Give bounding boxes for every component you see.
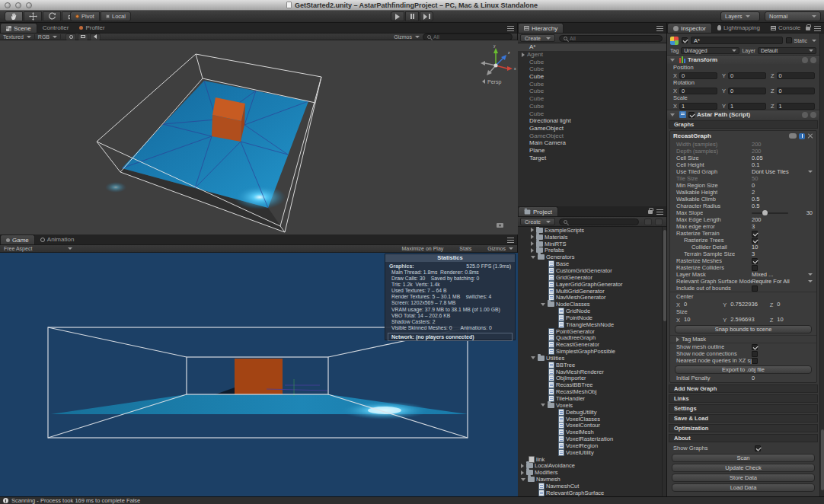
value-field[interactable]: 200 bbox=[752, 148, 762, 155]
panel-menu-icon[interactable] bbox=[656, 209, 663, 215]
value-field[interactable]: 10 bbox=[752, 244, 758, 250]
tab-inspector[interactable]: Inspector bbox=[667, 23, 712, 33]
scene-audio-toggle[interactable] bbox=[90, 33, 101, 40]
project-item[interactable]: QuadtreeGraph bbox=[518, 335, 666, 342]
foldout-arrow-icon[interactable] bbox=[670, 59, 675, 62]
project-item[interactable]: GridNode bbox=[518, 308, 666, 314]
local-toggle-button[interactable]: Local bbox=[101, 11, 131, 21]
project-item[interactable]: VoxelUtility bbox=[518, 449, 666, 456]
name-field[interactable]: A* bbox=[691, 37, 783, 44]
recastgraph-header[interactable]: RecastGraph bbox=[670, 131, 816, 141]
project-item[interactable]: BBTree bbox=[518, 362, 666, 368]
dropdown-arrow-icon[interactable] bbox=[808, 280, 813, 282]
move-tool-button[interactable] bbox=[24, 11, 42, 21]
game-gizmos-dropdown[interactable]: Gizmos bbox=[487, 246, 513, 251]
pivot-toggle-button[interactable]: Pivot bbox=[70, 11, 100, 21]
inspector-scrollbar[interactable] bbox=[819, 33, 824, 496]
component-enabled-checkbox[interactable] bbox=[688, 112, 695, 118]
project-item[interactable]: Navmesh bbox=[518, 476, 666, 483]
slider[interactable] bbox=[752, 212, 788, 214]
value-field[interactable]: 0 bbox=[752, 182, 755, 189]
value-field[interactable]: 200 bbox=[752, 141, 762, 148]
tab-project[interactable]: Project bbox=[518, 206, 558, 216]
lock-icon[interactable] bbox=[806, 27, 810, 30]
hierarchy-item[interactable]: GameObject bbox=[518, 125, 666, 132]
hierarchy-item[interactable]: Cube bbox=[518, 65, 666, 73]
stats-button[interactable]: Stats bbox=[459, 246, 471, 251]
show-graphs-checkbox[interactable] bbox=[755, 445, 761, 451]
dropdown-arrow-icon[interactable] bbox=[808, 273, 813, 276]
hierarchy-item[interactable]: Cube bbox=[518, 73, 666, 81]
project-item[interactable]: TriangleMeshNode bbox=[518, 321, 666, 328]
scene-gizmos-dropdown[interactable]: Gizmos bbox=[394, 34, 420, 40]
checkbox[interactable] bbox=[752, 351, 758, 357]
layout-dropdown[interactable]: Normal bbox=[765, 11, 821, 21]
hierarchy-create-button[interactable]: Create bbox=[520, 34, 555, 42]
project-item[interactable]: VoxelClasses bbox=[518, 416, 666, 423]
vector-field[interactable]: 0 bbox=[777, 88, 815, 94]
tab-animation[interactable]: Animation bbox=[35, 234, 80, 244]
scene-lighting-toggle[interactable] bbox=[65, 33, 76, 40]
value-field[interactable]: 3 bbox=[752, 223, 755, 230]
dropdown-value[interactable]: Mixed ... bbox=[752, 271, 773, 278]
value-field[interactable]: 3 bbox=[752, 250, 755, 257]
project-item[interactable]: NavMeshGenerator bbox=[518, 294, 666, 301]
vector-field[interactable]: 10 bbox=[682, 317, 718, 324]
pause-button[interactable] bbox=[405, 11, 419, 21]
dropdown-value[interactable]: Require For All bbox=[752, 278, 790, 285]
vector-field[interactable]: 0 bbox=[682, 301, 718, 308]
project-item[interactable]: ExampleScripts bbox=[518, 227, 666, 234]
export-obj-button[interactable]: Export to .obj file bbox=[675, 365, 812, 374]
project-item[interactable]: CustomGridGenerator bbox=[518, 267, 666, 274]
value-field[interactable]: 0 bbox=[752, 375, 755, 381]
project-item[interactable]: Materials bbox=[518, 234, 666, 241]
hierarchy-search-input[interactable]: All bbox=[559, 35, 663, 42]
project-item[interactable]: Utilities bbox=[518, 355, 666, 362]
project-item[interactable]: GridGenerator bbox=[518, 274, 666, 281]
project-item[interactable]: RecastBBTree bbox=[518, 381, 666, 388]
status-bar[interactable]: Scanning - Process took 169 ms to comple… bbox=[0, 496, 824, 504]
hierarchy-item[interactable]: A* bbox=[518, 43, 666, 51]
vector-field[interactable]: 0 bbox=[777, 72, 815, 79]
dropdown-arrow-icon[interactable] bbox=[808, 171, 813, 173]
layers-dropdown[interactable]: Layers bbox=[720, 11, 760, 21]
panel-menu-icon[interactable] bbox=[814, 26, 821, 31]
project-item[interactable]: MiniRTS bbox=[518, 241, 666, 247]
project-item[interactable]: Base bbox=[518, 260, 666, 267]
static-checkbox[interactable] bbox=[786, 37, 792, 43]
hierarchy-item[interactable]: Cube bbox=[518, 95, 666, 103]
project-item[interactable]: NodeClasses bbox=[518, 301, 666, 308]
scene-skybox-toggle[interactable] bbox=[78, 33, 88, 40]
value-field[interactable]: 200 bbox=[752, 216, 762, 223]
value-field[interactable]: 50 bbox=[752, 175, 758, 182]
project-item[interactable]: RecastGenerator bbox=[518, 341, 666, 348]
panel-menu-icon[interactable] bbox=[656, 26, 663, 31]
astar-component-header[interactable]: Astar Path (Script) bbox=[667, 110, 819, 119]
checkbox[interactable] bbox=[752, 344, 758, 350]
project-item[interactable]: VoxelMesh bbox=[518, 429, 666, 435]
persp-label[interactable]: Persp bbox=[487, 79, 501, 85]
project-item[interactable]: Modifiers bbox=[518, 469, 666, 476]
scene-viewport[interactable]: y x z Persp bbox=[0, 40, 518, 234]
checkbox[interactable] bbox=[752, 231, 758, 237]
button-store-data[interactable]: Store Data bbox=[672, 474, 815, 482]
step-button[interactable] bbox=[420, 11, 433, 21]
tab-scene[interactable]: Scene bbox=[0, 23, 37, 33]
scene-cube[interactable] bbox=[212, 97, 245, 142]
hierarchy-item[interactable]: Cube bbox=[518, 103, 666, 110]
hand-tool-button[interactable] bbox=[5, 11, 23, 21]
section-header-add-new-graph[interactable]: Add New Graph bbox=[669, 384, 818, 393]
hierarchy-item[interactable]: Main Camera bbox=[518, 139, 666, 147]
tab-controller[interactable]: Controller bbox=[37, 23, 75, 33]
project-create-button[interactable]: Create bbox=[520, 218, 555, 225]
project-item[interactable]: Voxels bbox=[518, 402, 666, 409]
hierarchy-item[interactable]: Cube bbox=[518, 88, 666, 95]
vector-field[interactable]: 0 bbox=[775, 301, 812, 308]
gear-icon[interactable] bbox=[810, 57, 816, 63]
visibility-icon[interactable] bbox=[789, 133, 797, 139]
label-filter-icon[interactable] bbox=[655, 219, 663, 225]
hierarchy-item[interactable]: Plane bbox=[518, 147, 666, 155]
value-field[interactable]: 0.05 bbox=[752, 155, 763, 161]
aspect-dropdown[interactable]: Free Aspect bbox=[0, 246, 72, 251]
value-field[interactable]: 0.5 bbox=[752, 196, 759, 203]
